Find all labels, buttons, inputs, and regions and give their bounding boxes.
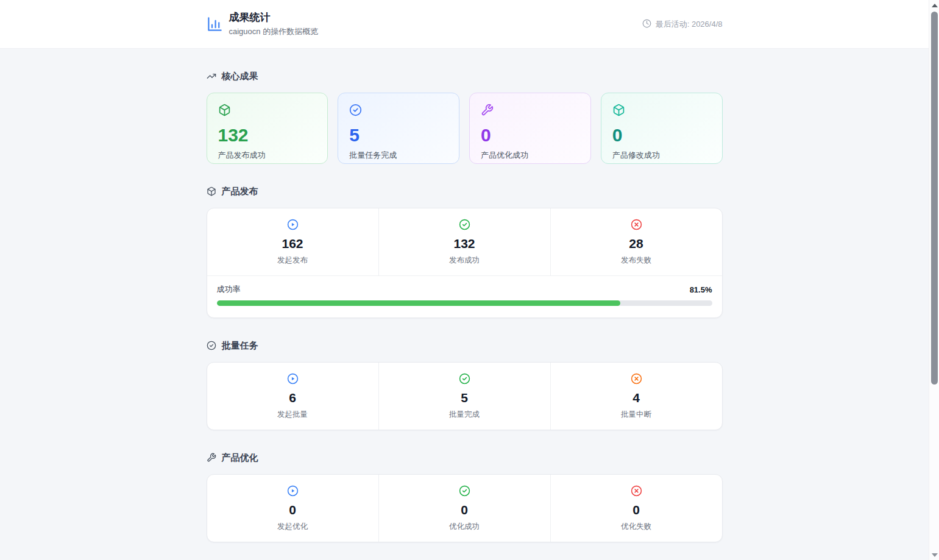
stat-batch-initiated: 6 发起批量 <box>207 363 378 430</box>
check-circle-icon <box>459 376 470 386</box>
section-heading-publish: 产品发布 <box>207 185 723 198</box>
section-title: 产品发布 <box>222 186 258 197</box>
stat-optimize-initiated: 0 发起优化 <box>207 475 378 542</box>
core-card-modify-success: 0 产品修改成功 <box>601 93 723 164</box>
stat-publish-initiated: 162 发起发布 <box>207 208 378 275</box>
batch-stats-panel: 6 发起批量 5 批量完成 4 批量中断 <box>207 362 723 430</box>
card-label: 产品发布成功 <box>218 150 317 161</box>
scrollbar-thumb[interactable] <box>931 12 938 385</box>
check-circle-icon <box>459 488 470 498</box>
package-icon <box>207 186 216 196</box>
success-rate-block: 成功率 81.5% <box>207 275 722 317</box>
x-circle-icon <box>631 488 642 498</box>
check-circle-icon <box>349 104 448 119</box>
bar-chart-icon <box>207 16 223 32</box>
success-rate-value: 81.5% <box>690 285 712 294</box>
last-active: 最后活动: 2026/4/8 <box>642 19 723 30</box>
chevron-up-icon <box>932 4 938 7</box>
card-value: 132 <box>218 126 317 144</box>
stat-value: 162 <box>207 236 378 251</box>
stat-value: 0 <box>551 503 722 517</box>
section-heading-optimize: 产品优化 <box>207 451 723 464</box>
scrollbar-up-button[interactable] <box>929 0 939 10</box>
stat-value: 0 <box>207 503 378 517</box>
stat-label: 批量中断 <box>551 409 722 420</box>
vertical-scrollbar[interactable] <box>929 0 939 560</box>
card-label: 产品修改成功 <box>612 150 711 161</box>
stat-value: 132 <box>379 236 550 251</box>
core-card-batch-complete: 5 批量任务完成 <box>338 93 459 164</box>
stat-label: 发起发布 <box>207 255 378 266</box>
clock-icon <box>642 19 651 30</box>
check-circle-icon <box>207 341 216 350</box>
stat-value: 28 <box>551 236 722 251</box>
stat-label: 优化失败 <box>551 522 722 532</box>
stat-value: 0 <box>379 503 550 517</box>
section-batch-tasks: 批量任务 6 发起批量 5 批量完成 <box>207 339 723 430</box>
section-title: 核心成果 <box>222 71 258 82</box>
stat-label: 发起批量 <box>207 409 378 420</box>
stat-label: 优化成功 <box>379 522 550 532</box>
success-rate-label: 成功率 <box>217 284 241 295</box>
stat-optimize-failed: 0 优化失败 <box>550 475 722 542</box>
trending-up-icon <box>207 71 216 81</box>
last-active-text: 最后活动: 2026/4/8 <box>656 19 723 30</box>
stat-optimize-success: 0 优化成功 <box>378 475 550 542</box>
stat-value: 4 <box>551 391 722 405</box>
publish-stats-panel: 162 发起发布 132 发布成功 28 发布失败 <box>207 208 723 318</box>
wrench-icon <box>481 104 579 119</box>
x-circle-icon <box>631 222 642 232</box>
package-icon <box>612 104 711 119</box>
stat-value: 5 <box>379 391 550 405</box>
section-title: 产品优化 <box>222 452 258 464</box>
card-label: 产品优化成功 <box>481 150 579 161</box>
stat-label: 发布失败 <box>551 255 722 266</box>
card-value: 0 <box>481 126 579 144</box>
play-circle-icon <box>287 222 299 232</box>
wrench-icon <box>207 453 216 463</box>
card-value: 0 <box>612 126 711 144</box>
card-label: 批量任务完成 <box>349 150 448 161</box>
stat-label: 批量完成 <box>379 409 550 420</box>
package-icon <box>218 104 317 119</box>
core-card-publish-success: 132 产品发布成功 <box>207 93 328 164</box>
stat-label: 发起优化 <box>207 522 378 532</box>
play-circle-icon <box>287 488 299 498</box>
success-rate-progressbar <box>217 300 712 306</box>
page-header: 成果统计 caiguocn 的操作数据概览 最后活动: 2026/4/8 <box>0 0 929 49</box>
optimize-stats-panel: 0 发起优化 0 优化成功 0 优化失败 <box>207 474 723 542</box>
card-value: 5 <box>349 126 448 144</box>
core-card-optimize-success: 0 产品优化成功 <box>469 93 591 164</box>
page-title: 成果统计 <box>229 11 319 25</box>
stat-value: 6 <box>207 391 378 405</box>
stat-publish-success: 132 发布成功 <box>378 208 550 275</box>
section-core-results: 核心成果 132 产品发布成功 5 批量任务完成 0 <box>207 69 723 164</box>
page-subtitle: caiguocn 的操作数据概览 <box>229 26 319 37</box>
section-title: 批量任务 <box>222 340 258 352</box>
success-rate-progress-fill <box>217 300 621 306</box>
x-circle-icon <box>631 376 642 386</box>
content-scroll-area[interactable]: 核心成果 132 产品发布成功 5 批量任务完成 0 <box>0 49 929 560</box>
play-circle-icon <box>287 376 299 386</box>
chevron-down-icon <box>932 553 938 557</box>
stat-batch-complete: 5 批量完成 <box>378 363 550 430</box>
stats-dashboard: 成果统计 caiguocn 的操作数据概览 最后活动: 2026/4/8 核心成… <box>0 0 939 560</box>
check-circle-icon <box>459 222 470 232</box>
stat-batch-interrupted: 4 批量中断 <box>550 363 722 430</box>
section-product-optimize: 产品优化 0 发起优化 0 优化成功 <box>207 451 723 542</box>
stat-label: 发布成功 <box>379 255 550 266</box>
stat-publish-failed: 28 发布失败 <box>550 208 722 275</box>
section-heading-core: 核心成果 <box>207 69 723 83</box>
section-heading-batch: 批量任务 <box>207 339 723 352</box>
section-product-publish: 产品发布 162 发起发布 132 发布成功 <box>207 185 723 318</box>
scrollbar-down-button[interactable] <box>929 550 939 560</box>
